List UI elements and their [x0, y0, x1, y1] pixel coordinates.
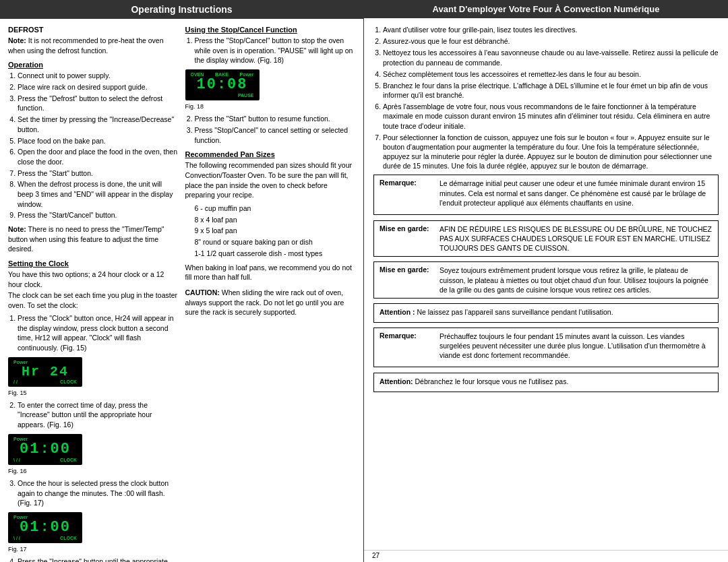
fig17-display: Power 01:00 \ / / CLOCK: [8, 512, 82, 543]
clock-title: Setting the Clock: [8, 259, 179, 268]
right-column: Avant D'employer Votre Four À Convection…: [364, 0, 728, 562]
right-page-number-row: 27: [364, 550, 728, 562]
operation-section: Operation Connect unit to power supply. …: [8, 61, 179, 254]
list-item: Set the timer by pressing the "Increase/…: [18, 115, 179, 134]
left-col-1: DEFROST Note: It is not recommended to p…: [8, 26, 179, 562]
attention2-label: Attention:: [380, 377, 413, 385]
right-item-5: Branchez le four dans la prise électriqu…: [383, 81, 719, 100]
right-item-7: Pour sélectionner la fonction de cuisson…: [383, 133, 719, 171]
clock-item-4: Press the "Increase" button until the ap…: [18, 557, 179, 562]
fig17-clock-label: CLOCK: [60, 536, 77, 540]
defrost-note-label: Note:: [8, 36, 26, 44]
list-item: Press the "Start/Cancel" button.: [18, 210, 179, 220]
operation-title: Operation: [8, 61, 179, 69]
mise1-row: Mise en garde: AFIN DE RÉDUIRE LES RISQU…: [380, 224, 712, 253]
fig18-time: 10:08: [191, 77, 254, 93]
clock-item-2: To enter the correct time of day, press …: [18, 400, 179, 430]
attention1-text: Attention : Ne laissez pas l'appareil sa…: [380, 307, 712, 317]
remarque2-block: Remarque: Préchauffez toujours le four p…: [373, 327, 719, 368]
fig15-wrapper: Power Hr 24 / / CLOCK Fig. 15: [8, 357, 179, 396]
fig16-time: 01:00: [13, 441, 77, 458]
list-item: When the defrost process is done, the un…: [18, 179, 179, 209]
fig16-display: Power 01:00 \ / / CLOCK: [8, 434, 82, 465]
fig16-label: Fig. 16: [8, 468, 179, 474]
remarque1-label: Remarque:: [380, 179, 437, 208]
clock-list-4: Press the "Increase" button until the ap…: [8, 557, 179, 562]
list-item: Press the "Start" button.: [18, 168, 179, 179]
stop-cancel-list-2: Press the "Start" button to resume funct…: [185, 114, 356, 145]
clock-intro: You have this two options; a 24 hour clo…: [8, 270, 179, 289]
right-item-6: Après l'assemblage de votre four, nous v…: [383, 102, 719, 131]
defrost-note-text: It is not recommended to pre-heat the ov…: [8, 36, 164, 55]
fig15-clock-label: CLOCK: [60, 379, 77, 384]
fig17-label: Fig. 17: [8, 546, 179, 553]
stop-cancel-title: Using the Stop/Cancel Function: [185, 26, 356, 34]
defrost-section: DEFROST Note: It is not recommended to p…: [8, 26, 179, 55]
list-item: Place wire rack on desired support guide…: [18, 82, 179, 92]
right-item-2: Assurez-vous que le four est débranché.: [383, 36, 719, 46]
mise2-row: Mise en garde: Soyez toujours extrêmemen…: [380, 266, 712, 294]
fig18-pause-label: PAUSE: [238, 93, 254, 98]
mise2-label: Mise en garde:: [380, 266, 437, 294]
right-item-1: Avant d'utiliser votre four grille-pain,…: [383, 25, 719, 34]
remarque1-row: Remarque: Le démarrage initial peut caus…: [380, 179, 712, 208]
pan-item-2: 9 x 5 loaf pan: [195, 226, 356, 236]
clock-list-2: To enter the correct time of day, press …: [8, 400, 179, 430]
fig15-slash1: / /: [13, 379, 18, 384]
fig15-display: Power Hr 24 / / CLOCK: [8, 357, 82, 387]
left-column: Operating Instructions DEFROST Note: It …: [0, 0, 364, 562]
pan-item-1: 8 x 4 loaf pan: [195, 215, 356, 225]
pan-item-0: 6 - cup muffin pan: [195, 204, 356, 214]
list-item: Open the door and place the food in the …: [18, 147, 179, 166]
left-header: Operating Instructions: [0, 0, 363, 19]
defrost-note2-text: There is no need to press the "Timer/Tem…: [8, 225, 164, 253]
fig16-clock-label: CLOCK: [60, 458, 77, 462]
caution-text: CAUTION: When sliding the wire rack out …: [185, 288, 356, 317]
right-header: Avant D'employer Votre Four À Convection…: [364, 0, 728, 18]
attention1-label: Attention :: [380, 308, 415, 316]
clock-list-3: Once the hour is selected press the cloc…: [8, 478, 179, 508]
fig18-display: OVEN BAKE Power 10:08 PAUSE: [185, 69, 260, 100]
fig17-time: 01:00: [13, 520, 77, 536]
stop-cancel-item-2: Press the "Start" button to resume funct…: [195, 114, 356, 124]
right-item-3: Nettoyez tous les accessoires à l'eau sa…: [383, 48, 719, 67]
remarque1-block: Remarque: Le démarrage initial peut caus…: [373, 175, 719, 215]
fig17-wrapper: Power 01:00 \ / / CLOCK Fig. 17: [8, 512, 179, 553]
fig18-wrapper: OVEN BAKE Power 10:08 PAUSE Fig. 18: [185, 69, 356, 110]
caution-section: CAUTION: When sliding the wire rack out …: [185, 288, 356, 317]
left-content: DEFROST Note: It is not recommended to p…: [0, 19, 363, 562]
loaf-note: When baking in loaf pans, we recommend y…: [185, 263, 356, 282]
fig18-label: Fig. 18: [185, 103, 356, 110]
clock-list: Press the "Clock" button once, Hr24 will…: [8, 313, 179, 353]
mise2-text: Soyez toujours extrêmement prudent lorsq…: [439, 266, 712, 294]
defrost-note: Note: It is not recommended to pre-heat …: [8, 36, 179, 55]
attention1-body: Ne laissez pas l'appareil sans surveilla…: [415, 308, 613, 316]
stop-cancel-item-1: Press the "Stop/Cancel" button to stop t…: [195, 36, 356, 65]
operation-list: Connect unit to power supply. Place wire…: [8, 71, 179, 220]
attention2-body: Débranchez le four lorsque vous ne l'uti…: [413, 377, 569, 385]
stop-cancel-section: Using the Stop/Cancel Function Press the…: [185, 26, 356, 145]
remarque1-text: Le démarrage initial peut causer une ode…: [439, 179, 712, 208]
stop-cancel-list: Press the "Stop/Cancel" button to stop t…: [185, 36, 356, 65]
defrost-note2: Note: There is no need to press the "Tim…: [8, 224, 179, 254]
pan-item-4: 1-1 1/2 quart casserole dish - most type…: [195, 249, 356, 259]
clock-item-1: Press the "Clock" button once, Hr24 will…: [18, 313, 179, 353]
clock-intro2: The clock can be set each time you plug …: [8, 290, 179, 310]
fig17-slash: \ / /: [13, 536, 20, 540]
fig15-time: Hr 24: [13, 365, 77, 379]
caution-label: CAUTION:: [185, 288, 220, 296]
stop-cancel-item-3: Press "Stop/Cancel" to cancel setting or…: [195, 125, 356, 145]
attention2-text: Attention: Débranchez le four lorsque vo…: [380, 377, 712, 387]
defrost-note2-label: Note:: [8, 225, 26, 233]
mise1-label: Mise en garde:: [380, 224, 437, 253]
remarque2-row: Remarque: Préchauffez toujours le four p…: [380, 332, 712, 361]
right-content: Avant d'utiliser votre four grille-pain,…: [364, 18, 728, 550]
defrost-title: DEFROST: [8, 26, 179, 34]
mise2-block: Mise en garde: Soyez toujours extrêmemen…: [373, 261, 719, 299]
pan-sizes-intro: The following recommended pan sizes shou…: [185, 160, 356, 200]
right-page-number: 27: [372, 552, 380, 559]
remarque2-text: Préchauffez toujours le four pendant 15 …: [439, 332, 712, 361]
mise1-text: AFIN DE RÉDUIRE LES RISQUES DE BLESSURE …: [439, 224, 712, 253]
mise1-block: Mise en garde: AFIN DE RÉDUIRE LES RISQU…: [373, 220, 719, 257]
list-item: Connect unit to power supply.: [18, 71, 179, 81]
